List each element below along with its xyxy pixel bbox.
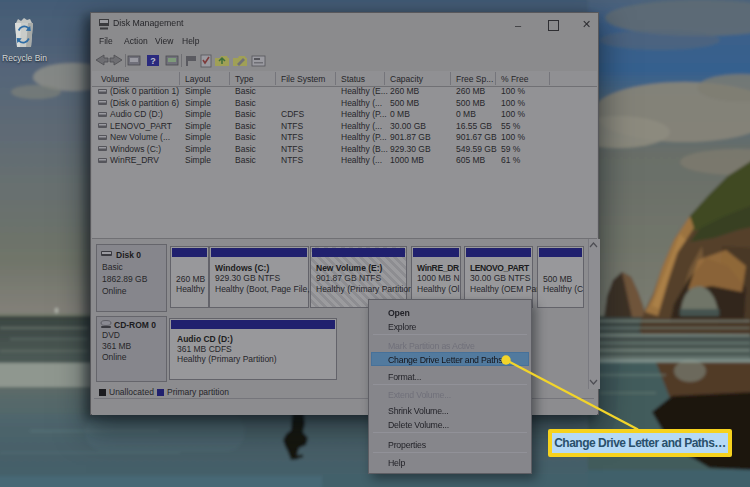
svg-text:?: ? <box>150 56 156 66</box>
